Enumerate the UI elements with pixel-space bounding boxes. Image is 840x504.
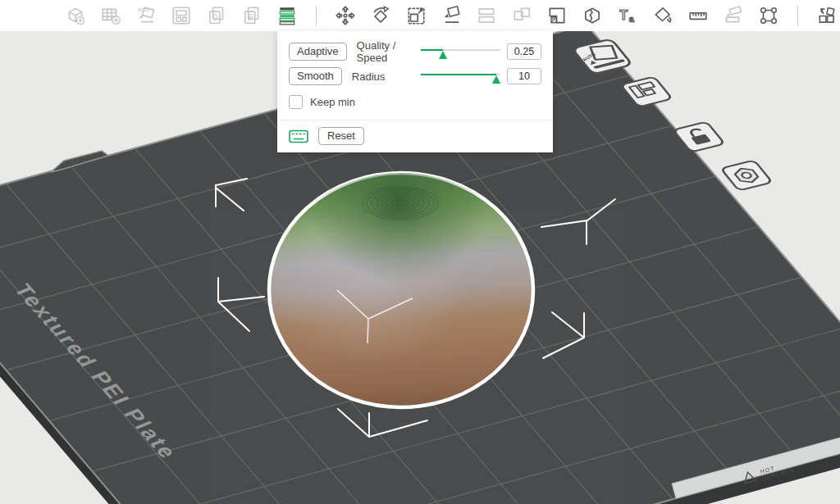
keep-min-label: Keep min [310,96,355,108]
svg-text:AUTO: AUTO [138,8,149,12]
place-on-face-icon[interactable] [440,4,463,27]
auto-orient-icon[interactable]: AUTO [135,4,158,27]
model-dome[interactable] [269,173,533,407]
slider-thumb[interactable] [439,51,447,59]
reset-button[interactable]: Reset [318,127,364,145]
toolbar: AUTO0PTa [0,0,840,31]
support-painting-icon[interactable] [722,4,745,27]
quality-speed-row: Adaptive Quality / Speed 0.25 [289,39,541,64]
adaptive-button[interactable]: Adaptive [289,43,347,61]
panel-divider [277,120,553,120]
radius-value[interactable]: 10 [507,68,541,84]
fix-model-icon[interactable] [581,4,604,27]
radius-row: Smooth Radius 10 [289,64,541,89]
split-to-parts-icon[interactable]: P [240,4,263,27]
svg-text:P: P [248,13,253,22]
scale-icon[interactable] [404,4,427,27]
color-painting-icon[interactable] [651,4,674,27]
smooth-button[interactable]: Smooth [289,67,342,85]
exploded-view-icon[interactable] [815,4,838,27]
split-to-objects-icon[interactable]: 0 [205,4,228,27]
toolbar-separator [797,6,798,25]
svg-text:T: T [619,7,628,22]
fill-color-icon[interactable] [546,4,568,27]
mirror-icon[interactable] [510,4,533,27]
slider-fill [421,74,496,76]
measure-icon[interactable] [687,4,710,27]
radius-slider[interactable] [421,70,500,83]
add-object-icon[interactable] [64,4,87,27]
add-plate-icon[interactable] [99,4,122,27]
rotate-icon[interactable] [369,4,392,27]
variable-layer-height-icon[interactable] [276,4,299,27]
keyboard-shortcuts-icon[interactable] [289,129,308,143]
keep-min-row: Keep min [289,90,541,113]
keep-min-checkbox[interactable] [289,95,303,109]
radius-label: Radius [352,70,421,83]
slider-thumb[interactable] [492,75,500,84]
variable-layer-height-panel: Adaptive Quality / Speed 0.25 Smooth Rad… [277,31,553,152]
seam-painting-icon[interactable] [757,4,780,27]
nut-sticker[interactable] [721,161,773,191]
quality-speed-slider[interactable] [421,45,500,58]
toolbar-separator [316,6,317,25]
assembly-icon[interactable] [475,4,498,27]
svg-text:0: 0 [212,13,217,22]
quality-speed-label: Quality / Speed [357,39,421,64]
panel-footer: Reset [289,127,541,145]
slicer-window: Textured PEI Plate HOT SURFACE [0,0,840,504]
arrange-icon[interactable] [170,4,193,27]
text-tool-icon[interactable]: Ta [616,4,639,27]
svg-text:a: a [629,14,635,24]
quality-speed-value[interactable]: 0.25 [507,43,541,60]
move-icon[interactable] [334,4,357,27]
